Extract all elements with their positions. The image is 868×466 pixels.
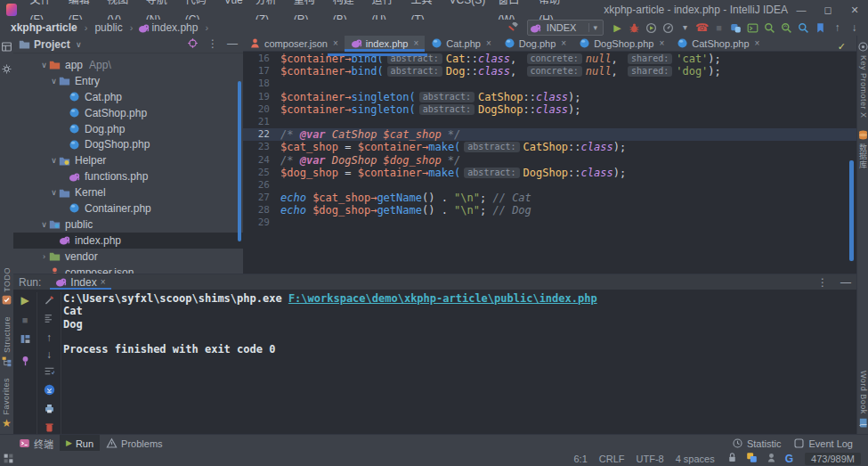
- close-icon[interactable]: ×: [561, 38, 566, 48]
- console-file-link[interactable]: F:\workspace\demo\xkphp-article\public\i…: [288, 292, 597, 305]
- phone-button[interactable]: ☎: [694, 20, 710, 36]
- close-icon[interactable]: ×: [755, 38, 760, 48]
- search-sync-button[interactable]: [778, 20, 795, 36]
- tree-item-Kernel[interactable]: ∨Kernel: [13, 184, 243, 200]
- tree-item-app[interactable]: ∨appApp\: [13, 57, 243, 73]
- console-clear-button[interactable]: [44, 294, 55, 308]
- file-encoding[interactable]: UTF-8: [637, 454, 664, 464]
- breadcrumb-xkphp-article[interactable]: xkphp-article: [11, 21, 77, 34]
- status-lock-button[interactable]: [726, 452, 738, 465]
- memory-indicator[interactable]: 473/989M: [805, 453, 861, 465]
- bookmark-button[interactable]: [812, 20, 829, 36]
- console-stop-button[interactable]: ■: [22, 314, 28, 326]
- profiler-button[interactable]: [660, 20, 677, 36]
- locate-file-icon[interactable]: [187, 37, 199, 52]
- minimize-button[interactable]: —: [788, 0, 815, 20]
- toolwindow-todo[interactable]: TODO: [1, 267, 12, 307]
- tab-index.php[interactable]: index.php×: [345, 36, 426, 51]
- code-area[interactable]: 16$container→bind(abstract:Cat::class, c…: [243, 52, 856, 230]
- project-panel-header[interactable]: Project ∨ ⋮ —: [13, 36, 243, 53]
- blueapp-button[interactable]: [727, 20, 744, 36]
- run-tab-index[interactable]: Index ×: [50, 274, 110, 290]
- tree-item-public[interactable]: ∨public: [13, 217, 243, 233]
- arrow-down-button[interactable]: ↓: [846, 20, 863, 36]
- editor-scrollbar[interactable]: [849, 160, 854, 261]
- tab-composer.json[interactable]: composer.json×: [243, 36, 345, 51]
- tree-item-vendor[interactable]: ›vendor: [13, 249, 243, 265]
- close-icon[interactable]: ×: [333, 38, 338, 48]
- more-options-icon[interactable]: ⋮: [207, 37, 218, 52]
- tree-item-Container.php[interactable]: Container.php: [13, 200, 243, 217]
- editor-area[interactable]: composer.json×index.php×Cat.php×Dog.php×…: [243, 36, 856, 274]
- toolwindow-数据库[interactable]: 数据库: [857, 129, 868, 169]
- chevron-down-icon[interactable]: ▾: [588, 23, 601, 32]
- hammer-button[interactable]: [505, 20, 522, 36]
- chevron-down-icon[interactable]: ∨: [49, 188, 59, 197]
- breadcrumb-index.php[interactable]: index.php: [151, 21, 198, 34]
- tree-scrollbar[interactable]: [238, 81, 241, 241]
- close-icon[interactable]: ×: [414, 38, 419, 48]
- tree-item-index.php[interactable]: index.php: [13, 233, 243, 249]
- tab-Cat.php[interactable]: Cat.php×: [425, 36, 497, 51]
- toolwindow-favorites[interactable]: Favorites★: [2, 378, 12, 429]
- more-options-icon[interactable]: ⋮: [817, 276, 828, 289]
- close-button[interactable]: ✕: [841, 0, 868, 20]
- toolbar-project[interactable]: [1, 41, 12, 53]
- tree-item-functions.php[interactable]: functions.php: [13, 168, 243, 184]
- tree-item-Helper[interactable]: ∨Helper: [13, 152, 243, 168]
- search-green-button[interactable]: [761, 20, 778, 36]
- caret-button[interactable]: ▾: [677, 20, 694, 36]
- toolwindow-structure[interactable]: Structure: [1, 316, 12, 367]
- toolwindow-button-终端[interactable]: 终端: [12, 435, 60, 452]
- chevron-down-icon[interactable]: ∨: [74, 40, 84, 49]
- toolwindow-Word Book[interactable]: Word Book: [857, 371, 868, 429]
- tab-DogShop.php[interactable]: DogShop.php×: [572, 36, 670, 51]
- chevron-down-icon[interactable]: ∨: [39, 61, 49, 69]
- close-icon[interactable]: ×: [101, 277, 106, 287]
- toolwindow-button-Run[interactable]: ▶Run: [60, 435, 100, 452]
- tab-CatShop.php[interactable]: CatShop.php×: [670, 36, 766, 51]
- statusbar-event-log[interactable]: Event Log: [787, 437, 859, 449]
- toolbar-gear[interactable]: [1, 63, 12, 75]
- hide-panel-icon[interactable]: —: [840, 276, 851, 289]
- terminal-green-button[interactable]: [744, 20, 761, 36]
- coverage-button[interactable]: [643, 20, 660, 36]
- indent-setting[interactable]: 4 spaces: [676, 454, 715, 464]
- caret-position[interactable]: 6:1: [573, 454, 587, 464]
- console-printer-button[interactable]: [44, 403, 55, 417]
- toolwindow-button-Problems[interactable]: Problems: [100, 435, 168, 452]
- console-arrow-down-button[interactable]: ↓: [46, 348, 52, 361]
- play-button[interactable]: ▶: [609, 20, 626, 36]
- tree-item-Cat.php[interactable]: Cat.php: [13, 89, 243, 105]
- console-scrollend-button[interactable]: [44, 384, 55, 398]
- chevron-down-icon[interactable]: ∨: [49, 156, 59, 165]
- status-glogo-button[interactable]: G: [785, 454, 793, 464]
- line-separator[interactable]: CRLF: [599, 454, 625, 464]
- status-hector-button[interactable]: [766, 452, 777, 465]
- status-translate-button[interactable]: [746, 452, 758, 465]
- run-console[interactable]: C:\Users\syfxl\scoop\shims\php.exe F:\wo…: [63, 292, 848, 356]
- toolwindow-Key Promoter X[interactable]: Key Promoter X: [857, 41, 868, 119]
- arrow-up-button[interactable]: ↑: [829, 20, 846, 36]
- console-softwrap-button[interactable]: [44, 365, 55, 380]
- bug-button[interactable]: [626, 20, 643, 36]
- chevron-down-icon[interactable]: ∨: [39, 220, 49, 229]
- chevron-down-icon[interactable]: ∨: [49, 77, 59, 86]
- breadcrumb-public[interactable]: public: [94, 21, 122, 34]
- console-layout-button[interactable]: [20, 333, 31, 347]
- maximize-button[interactable]: ◻: [815, 0, 841, 20]
- console-play-olive-button[interactable]: ▶: [20, 294, 28, 307]
- hide-panel-icon[interactable]: —: [227, 37, 238, 52]
- close-icon[interactable]: ×: [659, 38, 664, 48]
- tree-item-composer.json[interactable]: composer.json: [13, 265, 243, 274]
- tab-Dog.php[interactable]: Dog.php×: [498, 36, 572, 51]
- console-arrow-up-button[interactable]: ↑: [46, 331, 52, 344]
- search-blue-button[interactable]: [795, 20, 812, 36]
- console-listf-button[interactable]: [44, 313, 55, 327]
- stop-button[interactable]: ■: [710, 20, 727, 36]
- close-icon[interactable]: ×: [486, 38, 491, 48]
- tree-item-DogShop.php[interactable]: DogShop.php: [13, 136, 243, 152]
- run-config-selector[interactable]: INDEX▾: [527, 20, 604, 36]
- console-pin-button[interactable]: [20, 355, 31, 369]
- statusbar-statistic[interactable]: Statistic: [726, 437, 788, 449]
